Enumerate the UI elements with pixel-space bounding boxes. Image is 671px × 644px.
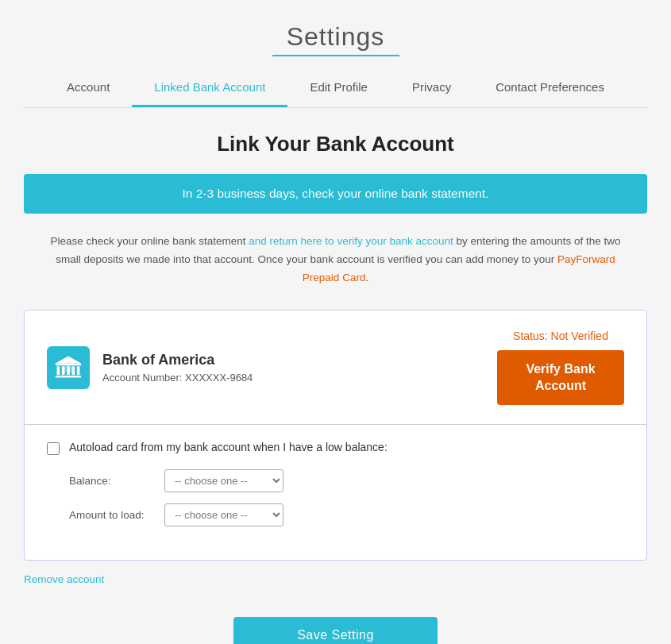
tab-account[interactable]: Account [44,72,132,107]
bank-info-row: $ Bank of America Account Number: XXXXXX… [47,330,624,406]
autoload-checkbox[interactable] [47,442,60,455]
autoload-row: Autoload card from my bank account when … [47,441,624,455]
save-setting-button[interactable]: Save Setting [233,617,438,644]
bank-left: $ Bank of America Account Number: XXXXXX… [47,346,253,389]
bank-card: $ Bank of America Account Number: XXXXXX… [24,310,647,561]
nav-tabs: Account Linked Bank Account Edit Profile… [24,72,647,108]
info-banner: In 2-3 business days, check your online … [24,174,647,214]
balance-row: Balance: -- choose one -- [69,469,624,492]
balance-label: Balance: [69,475,164,487]
bank-name: Bank of America [102,352,253,368]
description-text: Please check your online bank statement … [24,233,647,287]
tab-contact-preferences[interactable]: Contact Preferences [473,72,627,107]
amount-row: Amount to load: -- choose one -- [69,503,624,526]
verify-btn-line1: Verify Bank [526,362,595,376]
account-number-label: Account Number: [102,372,182,384]
autoload-label[interactable]: Autoload card from my bank account when … [69,441,388,453]
amount-select[interactable]: -- choose one -- [164,503,283,526]
account-number-value: XXXXXX-9684 [185,372,253,384]
page-title: Settings [24,0,647,55]
status-badge: Status: Not Verified [513,330,608,342]
bank-icon: $ [47,346,90,389]
desc-part1: Please check your online bank statement [50,235,245,247]
svg-text:$: $ [67,366,71,373]
verify-btn-line2: Account [535,379,586,392]
bank-right: Status: Not Verified Verify Bank Account [497,330,624,406]
section-title: Link Your Bank Account [24,132,647,156]
desc-part2: return here to verify your bank account [270,235,453,247]
bank-account-number: Account Number: XXXXXX-9684 [102,372,253,384]
bank-details: Bank of America Account Number: XXXXXX-9… [102,352,253,384]
title-underline [272,55,399,56]
bank-building-icon: $ [54,353,83,382]
desc-and: and [246,235,270,247]
tab-privacy[interactable]: Privacy [390,72,473,107]
amount-label: Amount to load: [69,509,164,521]
svg-rect-4 [77,366,80,375]
svg-rect-0 [57,366,60,375]
tab-edit-profile[interactable]: Edit Profile [287,72,390,107]
desc-end: . [365,272,368,283]
balance-select[interactable]: -- choose one -- [164,469,283,492]
save-btn-wrapper: Save Setting [24,617,647,644]
svg-rect-5 [56,376,81,378]
tab-linked-bank-account[interactable]: Linked Bank Account [132,72,287,107]
svg-marker-7 [56,356,81,363]
verify-bank-account-button[interactable]: Verify Bank Account [497,350,624,406]
remove-account-button[interactable]: Remove account [24,573,104,585]
card-divider [25,424,646,425]
